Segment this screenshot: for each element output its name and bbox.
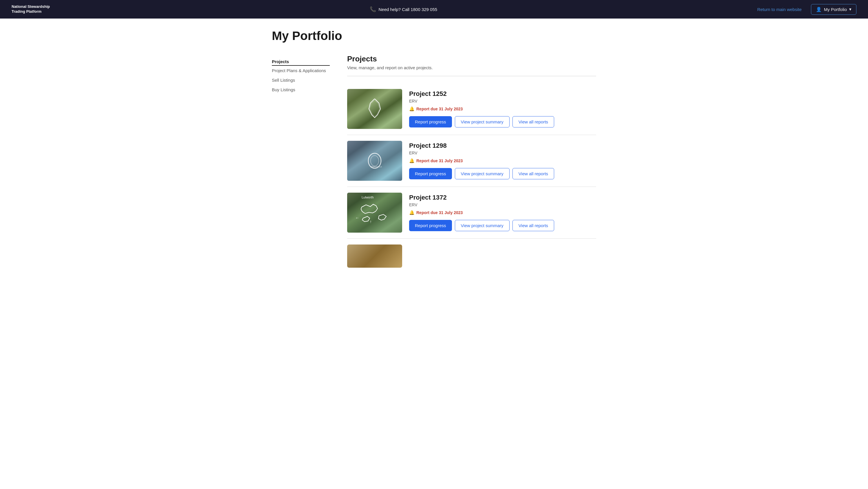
svg-text:Lulworth: Lulworth xyxy=(362,196,374,199)
project-info-1372: Project 1372 ERV 🔔 Report due 31 July 20… xyxy=(409,193,596,231)
report-progress-button-1372[interactable]: Report progress xyxy=(409,220,452,231)
svg-text:←: ← xyxy=(355,215,359,220)
header-right: Return to main website 👤 My Portfolio ▾ xyxy=(757,4,857,15)
logo: National Stewardship Trading Platform xyxy=(11,4,50,14)
content-layout: Projects Project Plans & Applications Se… xyxy=(272,54,596,268)
project-card-1298: Walkers Ln Project 1298 ERV 🔔 Report due… xyxy=(347,135,596,187)
project-type-1252: ERV xyxy=(409,99,596,104)
main-content: Projects View, manage, and report on act… xyxy=(347,54,596,268)
project-type-1372: ERV xyxy=(409,202,596,207)
user-icon: 👤 xyxy=(816,7,822,12)
project-image-1298: Walkers Ln xyxy=(347,141,402,181)
my-portfolio-button[interactable]: 👤 My Portfolio ▾ xyxy=(811,4,857,15)
report-due-1298: 🔔 Report due 31 July 2023 xyxy=(409,158,596,163)
phone-icon: 📞 xyxy=(370,6,376,12)
svg-point-1 xyxy=(371,155,379,166)
project-actions-1372: Report progress View project summary Vie… xyxy=(409,220,596,231)
page-title: My Portfolio xyxy=(272,19,596,54)
view-project-summary-button-1298[interactable]: View project summary xyxy=(455,168,509,179)
bell-icon-1372: 🔔 xyxy=(409,210,414,215)
project-name-1298: Project 1298 xyxy=(409,142,596,149)
bell-icon-1298: 🔔 xyxy=(409,158,414,163)
view-all-reports-button-1252[interactable]: View all reports xyxy=(513,116,554,127)
report-progress-button-1298[interactable]: Report progress xyxy=(409,168,452,179)
svg-text:↑: ↑ xyxy=(370,219,372,224)
view-all-reports-button-1372[interactable]: View all reports xyxy=(513,220,554,231)
project-image-partial xyxy=(347,244,402,268)
sidebar-item-buy-listings[interactable]: Buy Listings xyxy=(272,85,330,94)
chevron-down-icon: ▾ xyxy=(849,7,851,12)
svg-text:Walkers Ln: Walkers Ln xyxy=(370,165,382,168)
view-project-summary-button-1372[interactable]: View project summary xyxy=(455,220,509,231)
view-all-reports-button-1298[interactable]: View all reports xyxy=(513,168,554,179)
section-subtitle: View, manage, and report on active proje… xyxy=(347,65,596,70)
bell-icon-1252: 🔔 xyxy=(409,106,414,112)
sidebar-item-project-plans[interactable]: Project Plans & Applications xyxy=(272,66,330,75)
project-map-shape-1252 xyxy=(366,97,383,120)
help-text-container: 📞 Need help? Call 1800 329 055 xyxy=(370,6,437,12)
project-image-1372: Lulworth ← ↑ xyxy=(347,193,402,233)
page-container: My Portfolio Projects Project Plans & Ap… xyxy=(260,19,608,268)
project-map-shape-1372: Lulworth ← ↑ xyxy=(347,193,402,233)
section-divider xyxy=(347,76,596,76)
section-title: Projects xyxy=(347,54,596,63)
sidebar: Projects Project Plans & Applications Se… xyxy=(272,54,330,268)
report-progress-button-1252[interactable]: Report progress xyxy=(409,116,452,127)
return-to-main-website-link[interactable]: Return to main website xyxy=(757,7,801,12)
help-text: Need help? Call 1800 329 055 xyxy=(378,7,437,12)
project-card-1372: Lulworth ← ↑ Project 1372 ERV xyxy=(347,187,596,239)
project-card-partial xyxy=(347,239,596,268)
project-name-1252: Project 1252 xyxy=(409,90,596,97)
project-card-1252: Project 1252 ERV 🔔 Report due 31 July 20… xyxy=(347,83,596,135)
project-info-1298: Project 1298 ERV 🔔 Report due 31 July 20… xyxy=(409,141,596,179)
view-project-summary-button-1252[interactable]: View project summary xyxy=(455,116,509,127)
sidebar-item-sell-listings[interactable]: Sell Listings xyxy=(272,75,330,85)
project-info-1252: Project 1252 ERV 🔔 Report due 31 July 20… xyxy=(409,89,596,127)
report-due-1372: 🔔 Report due 31 July 2023 xyxy=(409,210,596,215)
project-map-shape-1298: Walkers Ln xyxy=(365,151,385,171)
project-type-1298: ERV xyxy=(409,151,596,155)
project-image-1252 xyxy=(347,89,402,129)
header: National Stewardship Trading Platform 📞 … xyxy=(0,0,868,19)
project-actions-1298: Report progress View project summary Vie… xyxy=(409,168,596,179)
report-due-1252: 🔔 Report due 31 July 2023 xyxy=(409,106,596,112)
project-name-1372: Project 1372 xyxy=(409,194,596,201)
project-actions-1252: Report progress View project summary Vie… xyxy=(409,116,596,127)
sidebar-item-projects[interactable]: Projects xyxy=(272,57,330,66)
